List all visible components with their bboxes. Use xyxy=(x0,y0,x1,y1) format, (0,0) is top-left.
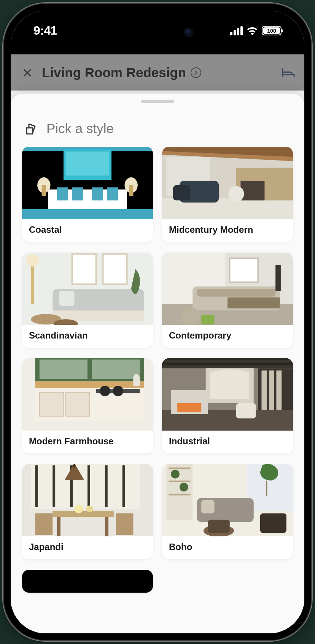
phone-frame: 9:41 100 xyxy=(4,4,311,640)
svg-rect-66 xyxy=(177,403,201,412)
title-dropdown-button[interactable] xyxy=(191,67,201,78)
svg-rect-62 xyxy=(269,370,274,410)
sheet-header: Pick a style xyxy=(11,103,304,147)
front-camera xyxy=(184,28,193,37)
svg-point-53 xyxy=(100,386,110,396)
svg-rect-38 xyxy=(197,289,275,297)
svg-rect-8 xyxy=(107,187,118,200)
svg-rect-93 xyxy=(201,500,214,513)
svg-rect-20 xyxy=(173,185,191,200)
style-thumbnail-scandinavian xyxy=(22,253,153,325)
svg-point-83 xyxy=(86,506,93,512)
svg-rect-5 xyxy=(57,187,68,200)
svg-rect-70 xyxy=(35,465,38,507)
status-time: 9:41 xyxy=(33,24,57,38)
style-card-more[interactable] xyxy=(22,570,153,593)
battery-icon: 100 xyxy=(262,26,282,35)
app-content: Living Room Redesign Pick a xyxy=(11,54,304,633)
svg-rect-76 xyxy=(73,464,75,467)
svg-rect-75 xyxy=(123,465,125,507)
svg-rect-12 xyxy=(129,185,133,196)
svg-rect-32 xyxy=(31,260,34,304)
status-bar: 9:41 100 xyxy=(11,11,304,54)
svg-rect-3 xyxy=(66,151,110,175)
styles-grid: Coastal xyxy=(11,147,304,604)
svg-rect-13 xyxy=(22,209,153,219)
svg-point-54 xyxy=(113,386,124,396)
style-label: Boho xyxy=(162,536,293,559)
svg-rect-63 xyxy=(276,370,282,410)
svg-rect-80 xyxy=(35,513,52,535)
style-label: Coastal xyxy=(22,219,153,242)
style-card-japandi[interactable]: Japandi xyxy=(22,464,153,559)
svg-rect-22 xyxy=(240,181,264,200)
svg-rect-88 xyxy=(169,480,190,482)
style-thumbnail-boho xyxy=(162,464,293,536)
dynamic-island xyxy=(112,20,203,45)
svg-point-82 xyxy=(75,504,83,513)
chevron-right-icon xyxy=(194,70,198,75)
sheet-title: Pick a style xyxy=(46,121,114,136)
svg-rect-79 xyxy=(105,517,108,536)
svg-rect-74 xyxy=(105,465,108,507)
svg-rect-77 xyxy=(52,511,114,517)
style-label: Contemporary xyxy=(162,325,293,348)
svg-rect-61 xyxy=(261,370,267,410)
close-icon xyxy=(22,67,33,78)
style-card-coastal[interactable]: Coastal xyxy=(22,147,153,242)
wifi-icon xyxy=(247,26,258,35)
svg-rect-73 xyxy=(88,465,90,507)
svg-rect-96 xyxy=(260,513,286,533)
svg-rect-39 xyxy=(228,297,280,308)
svg-rect-25 xyxy=(72,254,96,284)
style-card-scandinavian[interactable]: Scandinavian xyxy=(22,253,153,348)
svg-point-23 xyxy=(228,186,244,202)
style-label: Japandi xyxy=(22,536,153,559)
svg-rect-71 xyxy=(52,465,55,507)
svg-point-90 xyxy=(171,470,180,479)
style-card-industrial[interactable]: Industrial xyxy=(162,358,293,453)
svg-rect-26 xyxy=(103,254,127,284)
svg-rect-67 xyxy=(236,403,256,418)
cellular-icon xyxy=(230,26,243,35)
svg-rect-97 xyxy=(22,570,153,593)
svg-rect-89 xyxy=(169,494,190,496)
style-thumbnail-more xyxy=(22,570,153,593)
svg-rect-28 xyxy=(59,291,74,306)
style-card-midcentury-modern[interactable]: Midcentury Modern xyxy=(162,147,293,242)
svg-rect-6 xyxy=(72,187,83,200)
svg-rect-50 xyxy=(40,392,64,416)
status-icons: 100 xyxy=(230,26,282,35)
svg-rect-58 xyxy=(162,363,293,365)
style-label: Midcentury Modern xyxy=(162,219,293,242)
svg-rect-46 xyxy=(40,359,88,379)
svg-rect-43 xyxy=(275,265,281,291)
top-bar: Living Room Redesign xyxy=(11,54,304,91)
style-card-boho[interactable]: Boho xyxy=(162,464,293,559)
close-button[interactable] xyxy=(20,65,35,80)
svg-rect-42 xyxy=(201,315,214,324)
style-thumbnail-industrial xyxy=(162,358,293,431)
style-thumbnail-midcentury xyxy=(162,147,293,219)
svg-rect-81 xyxy=(116,513,134,535)
style-thumbnail-farmhouse xyxy=(22,358,153,431)
sheet-drag-handle[interactable] xyxy=(141,100,174,103)
svg-rect-7 xyxy=(92,187,103,200)
battery-level: 100 xyxy=(263,27,280,34)
bed-icon[interactable] xyxy=(282,67,295,78)
svg-point-91 xyxy=(180,483,188,491)
svg-rect-10 xyxy=(42,185,46,196)
svg-rect-47 xyxy=(92,359,140,379)
svg-rect-86 xyxy=(166,464,192,520)
svg-rect-51 xyxy=(66,392,90,416)
palette-icon xyxy=(24,121,39,136)
style-card-contemporary[interactable]: Contemporary xyxy=(162,253,293,348)
svg-rect-78 xyxy=(57,517,60,536)
style-picker-sheet: Pick a style xyxy=(11,94,304,633)
svg-rect-48 xyxy=(35,382,144,388)
svg-rect-40 xyxy=(230,258,258,282)
style-thumbnail-coastal xyxy=(22,147,153,219)
svg-rect-87 xyxy=(169,467,190,469)
svg-rect-95 xyxy=(208,520,229,533)
style-card-modern-farmhouse[interactable]: Modern Farmhouse xyxy=(22,358,153,453)
